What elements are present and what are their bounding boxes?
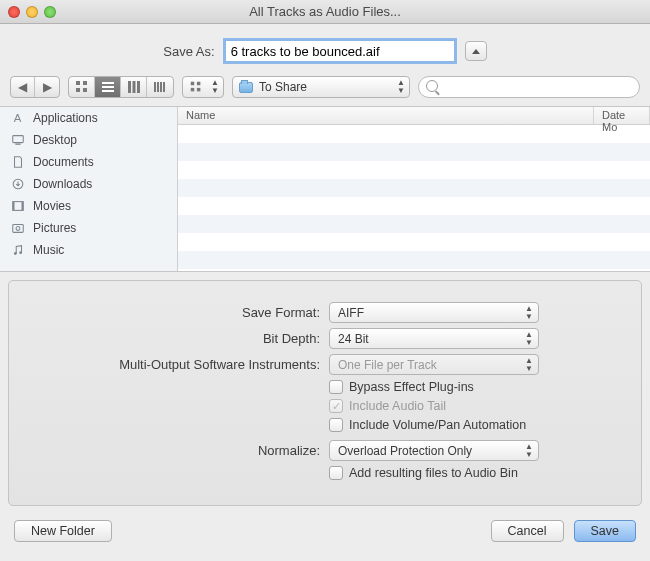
svg-rect-15 — [197, 82, 201, 86]
table-row — [178, 233, 650, 251]
bypass-checkbox[interactable] — [329, 380, 343, 394]
list-view-button[interactable] — [95, 77, 121, 97]
sidebar-item-label: Pictures — [33, 221, 76, 235]
bit-depth-label: Bit Depth: — [19, 331, 329, 346]
include-tail-label: Include Audio Tail — [349, 399, 446, 413]
svg-point-28 — [19, 251, 22, 254]
sidebar-item-label: Documents — [33, 155, 94, 169]
add-to-bin-checkbox[interactable] — [329, 466, 343, 480]
search-wrap — [418, 76, 640, 98]
svg-point-26 — [16, 227, 20, 231]
table-row — [178, 179, 650, 197]
coverflow-view-button[interactable] — [147, 77, 173, 97]
normalize-dropdown[interactable]: Overload Protection Only ▲▼ — [329, 440, 539, 461]
column-view-button[interactable] — [121, 77, 147, 97]
svg-text:A: A — [14, 112, 22, 124]
list-icon — [100, 79, 116, 95]
svg-point-27 — [14, 252, 17, 255]
list-header: Name Date Mo — [178, 107, 650, 125]
triangle-up-icon — [472, 49, 480, 54]
add-to-bin-label: Add resulting files to Audio Bin — [349, 466, 518, 480]
title-bar: All Tracks as Audio Files... — [0, 0, 650, 24]
zoom-icon[interactable] — [44, 6, 56, 18]
save-as-row: Save As: — [0, 40, 650, 62]
include-volume-checkbox[interactable] — [329, 418, 343, 432]
back-button[interactable]: ◀ — [11, 77, 35, 97]
sidebar-item-desktop[interactable]: Desktop — [0, 129, 177, 151]
sidebar-item-label: Desktop — [33, 133, 77, 147]
applications-icon: A — [10, 111, 26, 125]
table-row — [178, 215, 650, 233]
sidebar-item-label: Movies — [33, 199, 71, 213]
svg-rect-12 — [160, 82, 162, 92]
normalize-label: Normalize: — [19, 443, 329, 458]
browser-toolbar: ◀ ▶ ▲▼ To Share ▲▼ — [0, 76, 650, 106]
multi-output-dropdown: One File per Track ▲▼ — [329, 354, 539, 375]
sidebar-item-label: Applications — [33, 111, 98, 125]
svg-rect-11 — [157, 82, 159, 92]
include-volume-label: Include Volume/Pan Automation — [349, 418, 526, 432]
svg-rect-16 — [191, 88, 195, 92]
save-format-dropdown[interactable]: AIFF ▲▼ — [329, 302, 539, 323]
svg-rect-19 — [13, 136, 24, 143]
bit-depth-dropdown[interactable]: 24 Bit ▲▼ — [329, 328, 539, 349]
icon-view-button[interactable] — [69, 77, 95, 97]
forward-button[interactable]: ▶ — [35, 77, 59, 97]
sidebar-item-movies[interactable]: Movies — [0, 195, 177, 217]
svg-rect-5 — [102, 86, 114, 88]
svg-rect-7 — [128, 81, 131, 93]
save-format-value: AIFF — [338, 306, 364, 320]
table-row — [178, 197, 650, 215]
svg-rect-3 — [83, 88, 87, 92]
bit-depth-value: 24 Bit — [338, 332, 369, 346]
svg-rect-13 — [163, 82, 165, 92]
updown-icon: ▲▼ — [525, 357, 533, 373]
table-row — [178, 161, 650, 179]
sidebar-item-downloads[interactable]: Downloads — [0, 173, 177, 195]
columns-icon — [126, 79, 142, 95]
folder-icon — [239, 82, 253, 93]
multi-output-value: One File per Track — [338, 358, 437, 372]
save-button[interactable]: Save — [574, 520, 637, 542]
arrange-dropdown[interactable]: ▲▼ — [182, 76, 224, 98]
close-icon[interactable] — [8, 6, 20, 18]
column-date[interactable]: Date Mo — [594, 107, 650, 124]
desktop-icon — [10, 133, 26, 147]
normalize-value: Overload Protection Only — [338, 444, 472, 458]
documents-icon — [10, 155, 26, 169]
search-input[interactable] — [418, 76, 640, 98]
file-browser: A Applications Desktop Documents Downloa… — [0, 106, 650, 272]
window-controls — [8, 6, 56, 18]
svg-rect-6 — [102, 90, 114, 92]
list-rows — [178, 125, 650, 271]
sidebar-item-applications[interactable]: A Applications — [0, 107, 177, 129]
svg-rect-4 — [102, 82, 114, 84]
bypass-label: Bypass Effect Plug-ins — [349, 380, 474, 394]
svg-rect-2 — [76, 88, 80, 92]
updown-icon: ▲▼ — [397, 79, 405, 95]
svg-rect-0 — [76, 81, 80, 85]
movies-icon — [10, 199, 26, 213]
save-as-label: Save As: — [163, 44, 214, 59]
location-dropdown[interactable]: To Share ▲▼ — [232, 76, 410, 98]
column-name[interactable]: Name — [178, 107, 594, 124]
updown-icon: ▲▼ — [525, 443, 533, 459]
svg-rect-9 — [137, 81, 140, 93]
updown-icon: ▲▼ — [525, 331, 533, 347]
cancel-button[interactable]: Cancel — [491, 520, 564, 542]
multi-output-label: Multi-Output Software Instruments: — [19, 357, 329, 372]
svg-rect-14 — [191, 82, 195, 86]
expand-browser-button[interactable] — [465, 41, 487, 61]
svg-rect-20 — [15, 144, 20, 145]
save-format-label: Save Format: — [19, 305, 329, 320]
window-title: All Tracks as Audio Files... — [0, 4, 650, 19]
new-folder-button[interactable]: New Folder — [14, 520, 112, 542]
sidebar-item-music[interactable]: Music — [0, 239, 177, 261]
updown-icon: ▲▼ — [525, 305, 533, 321]
sidebar-item-documents[interactable]: Documents — [0, 151, 177, 173]
save-as-input[interactable] — [225, 40, 455, 62]
minimize-icon[interactable] — [26, 6, 38, 18]
svg-rect-23 — [13, 202, 15, 211]
sidebar-item-pictures[interactable]: Pictures — [0, 217, 177, 239]
downloads-icon — [10, 177, 26, 191]
